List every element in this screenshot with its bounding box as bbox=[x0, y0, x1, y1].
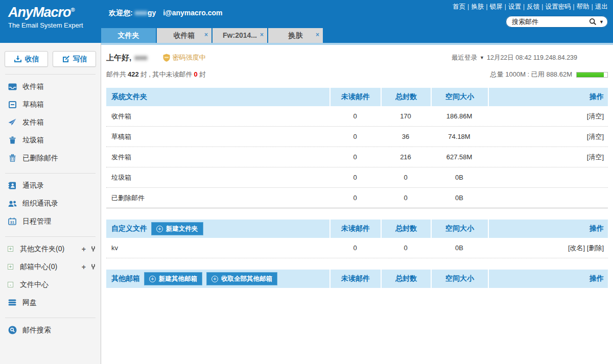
expand-plus-icon[interactable]: + bbox=[8, 246, 13, 252]
top-nav-links: 首页|换肤|锁屏|设置|反馈|设置密码|帮助|退出 bbox=[452, 3, 609, 11]
table-row-sent[interactable]: 发件箱 0 216 627.58M [清空] bbox=[106, 147, 608, 167]
empty-folder-link[interactable]: [清空] bbox=[587, 153, 604, 162]
last-login-info: 最近登录 ▼ 12月22日 08:42 119.248.84.239 bbox=[452, 54, 577, 62]
close-icon[interactable]: × bbox=[204, 28, 208, 42]
greeting-text: 上午好, bbox=[106, 53, 131, 63]
folder-name[interactable]: kv bbox=[106, 244, 329, 252]
sidebar-item-junk[interactable]: 垃圾箱 bbox=[0, 131, 101, 149]
expand-plus-icon[interactable]: + bbox=[8, 264, 13, 270]
nav-feedback-link[interactable]: 反馈 bbox=[527, 3, 539, 10]
sidebar-item-mailbox-center[interactable]: + 邮箱中心(0) + bbox=[0, 258, 101, 276]
quota-info: 总量 1000M : 已用 888.62M bbox=[490, 70, 608, 79]
table-row-drafts[interactable]: 草稿箱 0 36 74.18M [清空] bbox=[106, 127, 608, 147]
mail-count-mid: 封 , 其中未读邮件 bbox=[140, 70, 193, 78]
plus-circle-icon: + bbox=[156, 226, 163, 232]
sidebar-label: 其他文件夹(0) bbox=[20, 245, 64, 254]
add-mailbox-icon[interactable]: + bbox=[82, 263, 86, 271]
folder-name[interactable]: 收件箱 bbox=[106, 112, 329, 121]
manage-folder-icon[interactable] bbox=[91, 246, 96, 252]
sidebar-item-other-folders[interactable]: + 其他文件夹(0) + bbox=[0, 240, 101, 258]
nav-help-link[interactable]: 帮助 bbox=[577, 3, 590, 10]
sidebar-item-mail-search[interactable]: 邮件搜索 bbox=[0, 321, 101, 339]
close-icon[interactable]: × bbox=[316, 28, 319, 42]
nav-password-link[interactable]: 设置密码 bbox=[546, 3, 571, 10]
sidebar-item-sent[interactable]: 发件箱 bbox=[0, 113, 101, 131]
unread-count: 0 bbox=[329, 174, 381, 181]
collapse-minus-icon[interactable]: - bbox=[8, 282, 13, 287]
col-operation: 操作 bbox=[488, 88, 608, 106]
nav-separator: | bbox=[541, 3, 543, 10]
tab-inbox[interactable]: 收件箱× bbox=[157, 28, 211, 43]
sidebar-item-contacts[interactable]: 通讯录 bbox=[0, 177, 101, 195]
fetch-all-mailboxes-button[interactable]: + 收取全部其他邮箱 bbox=[206, 272, 277, 285]
sidebar-label: 文件中心 bbox=[20, 280, 49, 289]
brand-tagline: The Email System Expert bbox=[8, 21, 101, 29]
search-input[interactable] bbox=[512, 18, 589, 26]
total-count: 0 bbox=[381, 194, 431, 202]
total-count: 0 bbox=[381, 244, 431, 252]
search-icon[interactable] bbox=[589, 18, 597, 26]
add-folder-icon[interactable]: + bbox=[82, 245, 86, 253]
nav-logout-link[interactable]: 退出 bbox=[595, 3, 608, 10]
close-icon[interactable]: × bbox=[260, 28, 264, 42]
col-unread: 未读邮件 bbox=[329, 220, 381, 238]
nav-settings-link[interactable]: 设置 bbox=[508, 3, 521, 10]
custom-folders-table: 自定义文件 + 新建文件夹 未读邮件 总封数 空间大小 操作 kv 0 0 0B… bbox=[106, 220, 608, 258]
total-count: 216 bbox=[381, 153, 431, 161]
manage-mailbox-icon[interactable] bbox=[91, 264, 96, 270]
col-total: 总封数 bbox=[381, 220, 431, 238]
table-row-junk[interactable]: 垃圾箱 0 0 0B bbox=[106, 167, 608, 188]
sidebar-item-inbox[interactable]: 收件箱 bbox=[0, 78, 101, 95]
user-email: i@anymacro.com bbox=[163, 9, 222, 17]
nav-lockscreen-link[interactable]: 锁屏 bbox=[490, 3, 503, 10]
sidebar-item-file-center[interactable]: - 文件中心 bbox=[0, 276, 101, 294]
sidebar-item-drafts[interactable]: 草稿箱 bbox=[0, 95, 101, 113]
fetch-all-mailboxes-label: 收取全部其他邮箱 bbox=[221, 275, 272, 283]
empty-folder-link[interactable]: [清空] bbox=[587, 132, 604, 141]
sidebar-item-org-contacts[interactable]: 组织通讯录 bbox=[0, 195, 101, 212]
col-operation: 操作 bbox=[488, 220, 608, 238]
compose-mail-button[interactable]: 写信 bbox=[53, 51, 96, 67]
folder-size: 186.86M bbox=[431, 112, 488, 120]
password-strength-badge[interactable]: 密码强度中 bbox=[163, 53, 206, 62]
password-strength-label: 密码强度中 bbox=[173, 53, 206, 62]
new-folder-button[interactable]: + 新建文件夹 bbox=[151, 222, 203, 235]
sidebar-label: 组织通讯录 bbox=[22, 199, 58, 208]
nav-home-link[interactable]: 首页 bbox=[453, 3, 465, 10]
tab-folders[interactable]: 文件夹 bbox=[101, 28, 156, 43]
welcome-text: 欢迎您: ■■■gy i@anymacro.com bbox=[109, 9, 223, 18]
folder-name[interactable]: 已删除邮件 bbox=[106, 193, 329, 203]
table-row-inbox[interactable]: 收件箱 0 170 186.86M [清空] bbox=[106, 106, 608, 127]
sidebar-item-calendar[interactable]: 31 日程管理 bbox=[0, 212, 101, 230]
receive-mail-button[interactable]: 收信 bbox=[5, 51, 48, 67]
table-row-custom-folder[interactable]: kv 0 0 0B [改名] [删除] bbox=[106, 238, 608, 258]
sent-plane-icon bbox=[8, 118, 17, 126]
tab-fw-mail[interactable]: Fw:2014...× bbox=[213, 28, 267, 43]
mail-search-box[interactable]: ▼ bbox=[506, 16, 608, 28]
contacts-book-icon bbox=[8, 182, 17, 189]
nav-skin-link[interactable]: 换肤 bbox=[471, 3, 484, 10]
sidebar-label: 垃圾箱 bbox=[22, 136, 44, 145]
brand-reg-mark: ® bbox=[71, 7, 75, 13]
tab-skin[interactable]: 换肤× bbox=[268, 28, 323, 43]
sidebar-item-deleted[interactable]: 已删除邮件 bbox=[0, 149, 101, 167]
tab-bar: 文件夹 收件箱× Fw:2014...× 换肤× bbox=[101, 28, 323, 43]
folder-name[interactable]: 垃圾箱 bbox=[106, 173, 329, 182]
sidebar-item-netdisk[interactable]: 网盘 bbox=[0, 294, 101, 311]
col-other-mailboxes: 其他邮箱 bbox=[111, 274, 140, 283]
table-row-deleted[interactable]: 已删除邮件 0 0 0B bbox=[106, 188, 608, 208]
search-dropdown-icon[interactable]: ▼ bbox=[599, 19, 604, 25]
sidebar-label: 邮件搜索 bbox=[22, 326, 51, 335]
unread-count: 0 bbox=[329, 133, 381, 140]
system-folders-header: 系统文件夹 未读邮件 总封数 空间大小 操作 bbox=[106, 88, 608, 106]
folder-name[interactable]: 草稿箱 bbox=[106, 132, 329, 141]
username-suffix: gy bbox=[148, 9, 156, 17]
nav-separator: | bbox=[573, 3, 575, 10]
folder-size: 0B bbox=[431, 244, 488, 252]
new-other-mailbox-button[interactable]: + 新建其他邮箱 bbox=[144, 272, 202, 285]
empty-folder-link[interactable]: [清空] bbox=[587, 112, 604, 121]
chevron-down-icon[interactable]: ▼ bbox=[480, 55, 484, 60]
folder-name[interactable]: 发件箱 bbox=[106, 153, 329, 162]
tab-label: 收件箱 bbox=[174, 31, 195, 39]
rename-delete-links[interactable]: [改名] [删除] bbox=[568, 244, 604, 253]
